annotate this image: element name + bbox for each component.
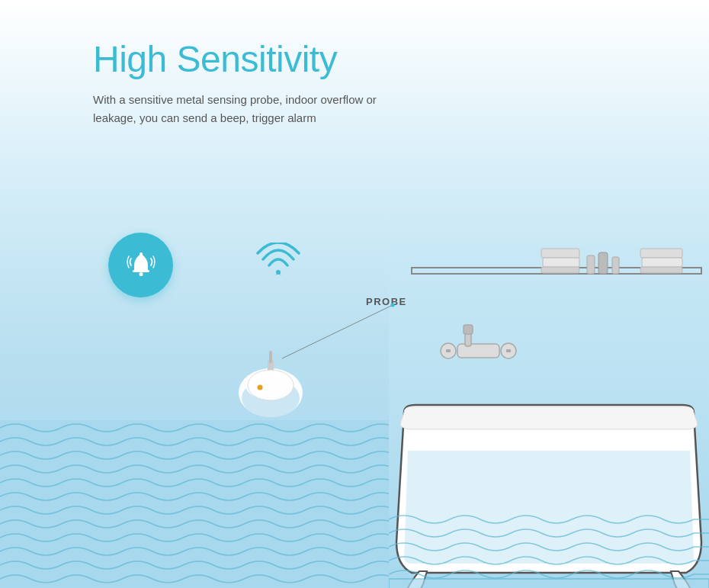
svg-rect-11	[269, 351, 272, 363]
svg-rect-21	[543, 258, 579, 267]
svg-point-3	[139, 272, 143, 276]
svg-rect-31	[464, 325, 473, 334]
svg-rect-23	[587, 255, 595, 274]
svg-point-4	[140, 252, 143, 255]
svg-rect-22	[541, 267, 579, 273]
main-title: High Sensitivity	[93, 40, 413, 80]
water-area	[0, 374, 435, 588]
probe-label: PROBE	[366, 296, 407, 307]
svg-rect-35	[506, 349, 511, 352]
bathroom-svg	[389, 245, 709, 588]
alarm-icon	[122, 246, 160, 284]
bathroom-area	[389, 245, 709, 588]
wave-svg	[0, 374, 435, 588]
alarm-circle	[108, 233, 173, 297]
svg-point-18	[258, 385, 263, 390]
svg-rect-29	[457, 344, 499, 358]
svg-point-17	[248, 370, 294, 400]
svg-rect-34	[446, 349, 451, 352]
wifi-svg	[255, 243, 301, 279]
svg-rect-36	[389, 579, 709, 588]
svg-point-5	[276, 270, 281, 275]
device-container	[225, 336, 316, 427]
subtitle: With a sensitive metal sensing probe, in…	[93, 91, 413, 127]
text-section: High Sensitivity With a sensitive metal …	[93, 40, 413, 127]
svg-rect-24	[598, 252, 608, 274]
page-wrapper: High Sensitivity With a sensitive metal …	[0, 0, 709, 588]
svg-rect-28	[640, 267, 682, 273]
wifi-icon-container	[255, 243, 301, 282]
svg-rect-20	[541, 249, 579, 258]
svg-rect-25	[612, 257, 619, 274]
svg-rect-2	[133, 270, 149, 272]
svg-rect-27	[642, 258, 682, 267]
device-svg	[225, 336, 316, 427]
svg-rect-26	[640, 249, 682, 258]
